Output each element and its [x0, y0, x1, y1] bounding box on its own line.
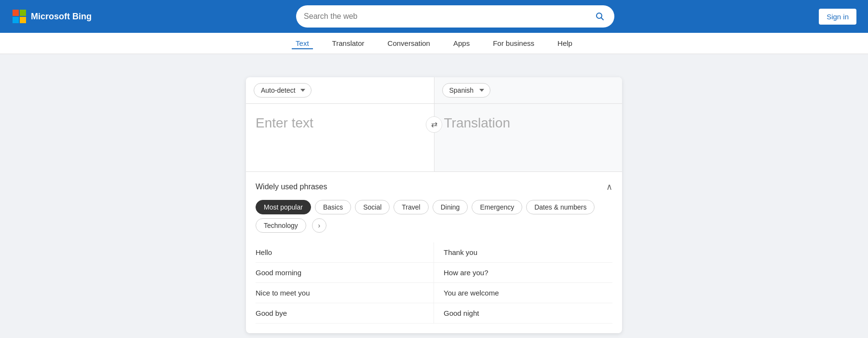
phrase-item[interactable]: Hello [256, 242, 434, 263]
nav-item-apps[interactable]: Apps [449, 37, 474, 49]
translator-container: Auto-detect English French German Enter … [246, 77, 622, 333]
phrase-item[interactable]: Nice to meet you [256, 283, 434, 303]
nav-item-help[interactable]: Help [554, 37, 576, 49]
phrase-item[interactable]: How are you? [434, 263, 612, 283]
signin-button[interactable]: Sign in [819, 9, 856, 25]
swap-icon: ⇄ [431, 120, 437, 129]
nav: Text Translator Conversation Apps For bu… [0, 33, 868, 54]
phrase-item[interactable]: You are welcome [434, 283, 612, 303]
category-emergency[interactable]: Emergency [472, 200, 522, 214]
phrase-item[interactable]: Good morning [256, 263, 434, 283]
phrase-item[interactable]: Good night [434, 303, 612, 324]
category-most-popular[interactable]: Most popular [256, 200, 311, 214]
phrase-item[interactable]: Thank you [434, 242, 612, 263]
search-bar-container [296, 5, 614, 28]
category-dates-numbers[interactable]: Dates & numbers [526, 200, 595, 214]
bing-logo-icon [12, 9, 27, 24]
main: Auto-detect English French German Enter … [0, 54, 868, 338]
svg-rect-2 [20, 10, 26, 16]
nav-item-text[interactable]: Text [292, 37, 313, 49]
phrases-title: Widely used phrases [256, 183, 327, 191]
enter-text-placeholder: Enter text [256, 115, 313, 130]
category-basics[interactable]: Basics [315, 200, 351, 214]
target-panel-body: Translation [434, 104, 623, 171]
nav-item-conversation[interactable]: Conversation [384, 37, 434, 49]
chevron-right-icon: › [318, 222, 320, 229]
category-social[interactable]: Social [355, 200, 390, 214]
chevron-up-icon: ∧ [606, 182, 612, 192]
swap-languages-button[interactable]: ⇄ [426, 116, 442, 133]
svg-line-6 [601, 18, 604, 20]
source-panel-body[interactable]: Enter text [246, 104, 434, 171]
translation-placeholder: Translation [444, 115, 510, 130]
target-language-select[interactable]: Spanish French German Chinese [442, 83, 490, 98]
header: Microsoft Bing Sign in [0, 0, 868, 33]
search-icon [595, 12, 605, 21]
translator-panels: Auto-detect English French German Enter … [246, 77, 622, 171]
nav-item-translator[interactable]: Translator [328, 37, 368, 49]
category-dining[interactable]: Dining [433, 200, 468, 214]
source-panel-header: Auto-detect English French German [246, 77, 434, 104]
phrases-grid: Hello Thank you Good morning How are you… [256, 242, 612, 324]
search-button[interactable] [593, 10, 607, 23]
svg-rect-4 [20, 17, 26, 23]
logo-text: Microsoft Bing [31, 12, 92, 22]
phrases-header: Widely used phrases ∧ [256, 182, 612, 192]
svg-rect-1 [13, 10, 19, 16]
category-tabs: Most popular Basics Social Travel Dining… [256, 200, 612, 233]
source-language-select[interactable]: Auto-detect English French German [254, 83, 312, 98]
category-travel[interactable]: Travel [393, 200, 428, 214]
phrase-item[interactable]: Good bye [256, 303, 434, 324]
target-panel: Spanish French German Chinese Translatio… [434, 77, 623, 171]
category-technology[interactable]: Technology [256, 218, 306, 233]
nav-item-for-business[interactable]: For business [489, 37, 538, 49]
target-panel-header: Spanish French German Chinese [434, 77, 623, 104]
phrases-section: Widely used phrases ∧ Most popular Basic… [246, 171, 622, 333]
svg-rect-3 [13, 17, 19, 23]
logo[interactable]: Microsoft Bing [12, 9, 92, 24]
search-input[interactable] [304, 12, 593, 21]
search-bar [296, 5, 614, 28]
categories-next-button[interactable]: › [312, 218, 326, 233]
collapse-phrases-button[interactable]: ∧ [606, 182, 612, 192]
source-panel: Auto-detect English French German Enter … [246, 77, 434, 171]
